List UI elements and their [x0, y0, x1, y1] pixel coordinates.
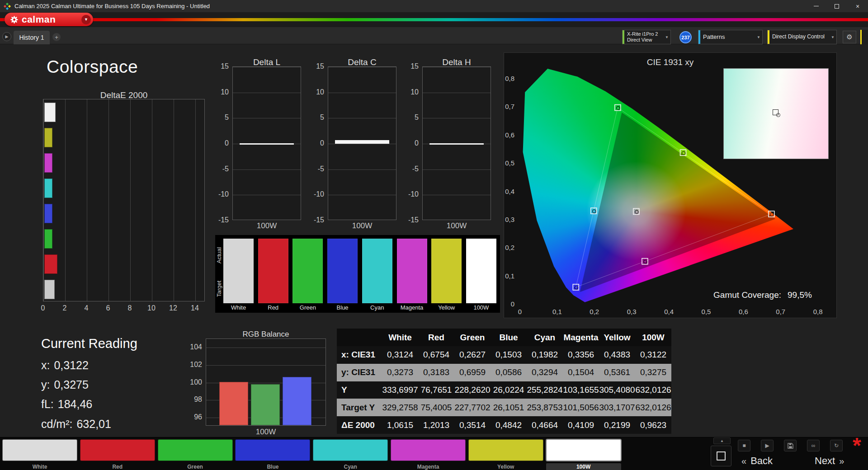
play-button[interactable]: ▶: [761, 440, 774, 451]
link-icon: ∞: [811, 442, 816, 449]
pattern-label: Cyan: [313, 463, 388, 470]
pattern-button-cyan[interactable]: Cyan: [313, 439, 388, 470]
deltae-bar-magenta: [44, 153, 52, 173]
patterns-selector[interactable]: Patterns ▼: [698, 30, 763, 44]
link-button[interactable]: ∞: [807, 440, 820, 451]
swatch-red: Red: [256, 235, 290, 313]
rgb-gridline: [206, 348, 326, 348]
meter-count-badge[interactable]: 237: [679, 31, 692, 43]
delta-c-chart: [328, 66, 396, 220]
measurement-table: WhiteRedGreenBlueCyanMagentaYellow100Wx:…: [337, 329, 671, 434]
cie-y-tick: 0,8: [495, 75, 514, 82]
calman-menu-dropdown-icon[interactable]: ▼: [81, 15, 91, 24]
delta-l-x-label: 100W: [232, 221, 301, 230]
chevron-up-icon: ▲: [720, 439, 724, 443]
calman-menu-button[interactable]: calman ▼: [5, 13, 93, 26]
swatch-chip: [362, 239, 392, 303]
display-control-selector[interactable]: Direct Display Control ▼: [767, 30, 837, 44]
refresh-button[interactable]: ↻: [830, 440, 843, 451]
pattern-button-blue[interactable]: Blue: [235, 439, 310, 470]
pattern-button-yellow[interactable]: Yellow: [468, 439, 543, 470]
maximize-button[interactable]: [826, 0, 847, 12]
delta-y-tick: -5: [210, 165, 229, 173]
chevron-down-icon: ▼: [829, 35, 836, 39]
table-cell: 305,4080: [599, 381, 635, 399]
delta-y-tick: 5: [210, 113, 229, 122]
cie-y-tick: 0,2: [495, 244, 514, 251]
deltae-x-tick: 12: [164, 304, 182, 312]
rgb-balance-chart: [206, 338, 326, 426]
badge-value: 237: [681, 35, 689, 40]
cie-y-tick: 0,7: [495, 103, 514, 110]
minimize-icon: [814, 6, 819, 6]
table-cell: 632,0126: [635, 381, 671, 399]
tab-history-1[interactable]: History 1: [14, 31, 50, 44]
pattern-panel-collapse-button[interactable]: ▲: [713, 437, 731, 444]
tab-arrow-icon: ▶: [5, 34, 9, 39]
table-cell: 0,3124: [382, 346, 418, 364]
tab-bar: ▶ History 1 + X-Rite i1Pro 2 Direct View…: [0, 27, 868, 44]
play-icon: ▶: [765, 442, 769, 449]
table-col-header: Blue: [491, 329, 527, 346]
add-tab-button[interactable]: +: [52, 33, 61, 41]
table-row-label: y: CIE31: [337, 364, 382, 381]
table-cell: 103,1655: [563, 381, 599, 399]
cie-x-tick: 0,7: [772, 308, 790, 315]
swatch-cyan: Cyan: [360, 235, 394, 313]
next-chevron-icon: »: [839, 456, 844, 466]
refresh-icon: ↻: [834, 442, 839, 449]
plus-icon: +: [55, 34, 58, 41]
swatch-white: White: [222, 235, 255, 313]
settings-gear-button[interactable]: ⚙: [843, 31, 856, 43]
tab-scroll-button[interactable]: ▶: [2, 32, 11, 41]
table-cell: 0,3183: [418, 364, 454, 381]
pattern-button-white[interactable]: White: [2, 439, 77, 470]
table-cell: 253,8753: [527, 399, 563, 416]
table-cell: 632,0126: [635, 399, 671, 416]
pattern-label: White: [2, 463, 77, 470]
reading-cdm2: cd/m²:632,01: [41, 418, 111, 431]
pattern-button-green[interactable]: Green: [158, 439, 233, 470]
delta-bar-100w: [429, 143, 484, 145]
rgb-gridline: [206, 365, 326, 366]
swatch-blue: Blue: [326, 235, 359, 313]
table-cell: 1,0615: [382, 416, 418, 434]
back-button[interactable]: « Back: [741, 453, 789, 469]
pattern-button-100w[interactable]: 100W: [546, 439, 621, 470]
swatch-chip: [397, 239, 427, 303]
delta-h-title: Delta H: [422, 57, 491, 67]
delta-y-tick: -10: [305, 190, 324, 198]
pattern-button-magenta[interactable]: Magenta: [391, 439, 466, 470]
table-row-label: x: CIE31: [337, 346, 382, 364]
swatch-label: Magenta: [395, 304, 429, 311]
close-button[interactable]: ×: [847, 0, 868, 12]
save-button[interactable]: [784, 440, 797, 451]
rgb-y-tick: 96: [183, 413, 202, 421]
table-cell: 255,2824: [527, 381, 563, 399]
swatch-label: Blue: [326, 304, 359, 311]
cie-y-tick: 0,5: [495, 159, 514, 167]
stop-button[interactable]: ■: [738, 440, 750, 451]
rainbow-strip: [0, 18, 868, 21]
table-cell: 101,5056: [563, 399, 599, 416]
meter-selector[interactable]: X-Rite i1Pro 2 Direct View ▼: [622, 30, 671, 44]
table-cell: 0,1504: [563, 364, 599, 381]
rgb-bar-red: [219, 382, 248, 426]
table-cell: 0,2627: [454, 346, 491, 364]
delta-y-tick: 10: [400, 88, 419, 96]
pattern-button-red[interactable]: Red: [80, 439, 155, 470]
reading-x: x:0,3122: [41, 359, 89, 372]
pattern-chip: [158, 439, 233, 461]
right-edge-panel[interactable]: [860, 30, 868, 44]
pattern-window-button[interactable]: [711, 446, 731, 466]
menu-row: calman ▼: [0, 12, 868, 27]
minimize-button[interactable]: [806, 0, 826, 12]
cie-y-tick: 0,6: [495, 131, 514, 139]
deltae-x-tick: 6: [99, 304, 117, 312]
table-cell: 0,1503: [491, 346, 527, 364]
pattern-label: Blue: [235, 463, 310, 470]
table-cell: 0,5361: [599, 364, 635, 381]
table-col-header: Yellow: [599, 329, 635, 346]
pattern-label: Red: [80, 463, 155, 470]
cie-y-tick: 0,4: [495, 188, 514, 195]
